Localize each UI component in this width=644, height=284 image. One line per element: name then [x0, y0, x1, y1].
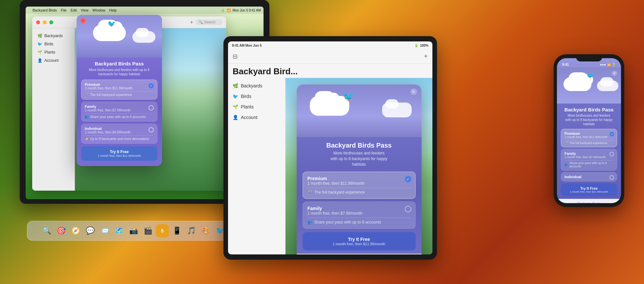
iphone-screen: 9:41 ●●● 📶 🔋 ✕ 🐦 Backyard Birds Pass — [557, 58, 621, 203]
iphone-modal-close-button[interactable]: ✕ — [612, 71, 617, 76]
mac-minimize-button[interactable] — [43, 20, 47, 24]
iphone-plan-individual-name: Individual — [564, 175, 613, 179]
ipad-sidebar-item-account[interactable]: 👤 Account — [228, 112, 285, 123]
dock-messages-icon[interactable]: 💬 — [83, 224, 97, 237]
mac-close-button[interactable] — [36, 20, 40, 24]
ipad-toolbar: ⊟ + — [228, 49, 432, 64]
dock-freeform-icon[interactable]: 🎨 — [199, 224, 212, 237]
mac-zoom-button[interactable] — [49, 20, 53, 24]
dock-calendar-icon[interactable]: 5 — [156, 224, 169, 237]
mac-subscription-modal: ✕ 🐦 Backyard Birds Pass More birdhouses … — [77, 15, 162, 166]
mac-plan-family[interactable]: Family 1 month free, then $7.99/month 👥 … — [81, 102, 157, 122]
ipad-subscription-modal: ✕ 🐦 Backyard Birds Pass More birdhouses … — [297, 84, 422, 254]
iphone-cloud-scene: 🐦 — [557, 67, 621, 104]
mac-menu-help[interactable]: Help — [109, 8, 117, 12]
mac-sidebar-item-plants[interactable]: 🌱 Plants — [34, 48, 73, 56]
mac-sidebar-label-plants: Plants — [44, 50, 55, 55]
mac-plan-family-desc-text: Share your pass with up to 6 accounts — [90, 115, 146, 119]
dock-finder-icon[interactable]: 🔍 — [40, 224, 53, 237]
dock-maps-icon[interactable]: 🗺️ — [112, 224, 126, 237]
ipad-sidebar-label-backyards: Backyards — [241, 83, 262, 88]
ipad-modal-header: 🐦 — [297, 84, 422, 137]
mac-cloud-scene: 🐦 — [77, 15, 162, 58]
iphone-plan-family-name: Family — [564, 152, 613, 155]
dock-launchpad-icon[interactable]: 🎯 — [55, 224, 68, 237]
mac-modal-close-button[interactable]: ✕ — [80, 18, 86, 23]
iphone-plan-individual-radio[interactable] — [610, 175, 614, 180]
ipad-modal-body: Backyard Birds Pass More birdhouses and … — [297, 137, 422, 254]
mac-plan-individual[interactable]: Individual 1 month free, then $4.99/mont… — [81, 124, 157, 144]
iphone-modal-header: ✕ 🐦 — [557, 67, 621, 104]
ipad-plan-family-divider — [308, 218, 411, 218]
mac-plan-individual-radio[interactable] — [149, 127, 154, 132]
mac-search-input[interactable]: 🔍 Search — [196, 19, 222, 25]
mac-cta-button[interactable]: Try It Free 1 month free, then $11.99/mo… — [81, 146, 157, 161]
mac-plan-family-radio[interactable] — [149, 105, 154, 110]
mac-plan-individual-price: 1 month free, then $4.99/month — [85, 130, 154, 134]
mac-menu-edit[interactable]: Edit — [71, 8, 77, 12]
ipad-statusbar: 9:41 AM Mon Jun 5 🔋 100% — [228, 41, 432, 49]
iphone-plan-family[interactable]: Family 1 month free, then $7.99/month 👥 … — [561, 149, 617, 171]
mac-plan-family-desc: 👥 Share your pass with up to 6 accounts — [85, 115, 154, 119]
iphone-plan-premium-desc-text: The full backyard experience — [569, 141, 607, 145]
dock-photos-icon[interactable]: 📸 — [127, 224, 140, 237]
mac-add-icon[interactable]: + — [190, 19, 193, 25]
mac-menu-view[interactable]: View — [81, 8, 89, 12]
ipad-modal-close-button[interactable]: ✕ — [410, 88, 417, 95]
iphone-cloud-small — [597, 81, 618, 91]
iphone-plan-family-desc: 👥 Share your pass with up to 6 accounts — [564, 161, 613, 168]
mac-plan-individual-desc: 🏠 Up to 8 backyards and more decorations — [85, 137, 154, 141]
mac-sidebar-item-account[interactable]: 👤 Account — [34, 57, 73, 64]
ipad-add-button[interactable]: + — [424, 53, 428, 60]
iphone-plan-family-desc-text: Share your pass with up to 6 accounts — [569, 161, 613, 168]
mac-battery-icon: 🔋 — [221, 9, 225, 12]
ipad-sidebar-item-backyards[interactable]: 🌿 Backyards — [228, 81, 285, 91]
iphone-plan-premium-icon: 🪄 — [564, 141, 568, 145]
iphone-plan-premium[interactable]: Premium 1 month free, then $11.99/month … — [561, 129, 617, 147]
iphone-redeem-button[interactable]: Redeem Code — [557, 199, 621, 203]
iphone-modal-title: Backyard Birds Pass — [561, 107, 617, 112]
iphone-modal-subtitle: More birdhouses and feederswith up to 8 … — [561, 113, 617, 126]
iphone-plan-family-radio[interactable] — [610, 152, 614, 156]
iphone-plan-premium-radio[interactable] — [610, 132, 614, 136]
ipad-redeem-button[interactable]: Redeem Code — [297, 254, 422, 254]
iphone-cta-button[interactable]: Try It Free 1 month free, then $11.99/mo… — [561, 183, 617, 196]
mac-menu-file[interactable]: File — [61, 8, 67, 12]
mac-sidebar-item-backyards[interactable]: 🌿 Backyards — [34, 32, 73, 40]
ipad-plan-family-icon: 👥 — [308, 220, 312, 225]
ipad-sidebar-item-plants[interactable]: 🌱 Plants — [228, 102, 285, 112]
iphone: 9:41 ●●● 📶 🔋 ✕ 🐦 Backyard Birds Pass — [554, 54, 626, 245]
mac-menu-backyard-birds[interactable]: Backyard Birds — [33, 8, 57, 12]
mac-plan-premium[interactable]: Premium 1 month free, then $11.99/month … — [81, 80, 157, 100]
dock-facetime-icon[interactable]: 🎬 — [141, 224, 154, 237]
mac-plan-premium-divider — [85, 91, 154, 92]
mac-plan-individual-icon: 🏠 — [85, 137, 89, 141]
dock-music-icon[interactable]: 🎵 — [185, 224, 198, 237]
iphone-plan-family-divider — [564, 160, 613, 160]
ipad-cloud-small — [382, 103, 412, 117]
dock-iphone-mirroring-icon[interactable]: 📱 — [170, 224, 183, 237]
ipad-backyards-icon: 🌿 — [233, 83, 238, 88]
ipad-plan-family[interactable]: Family 1 month free, then $7.99/month 👥 … — [303, 201, 416, 229]
ipad-sidebar-item-birds[interactable]: 🐦 Birds — [228, 91, 285, 102]
ipad-plan-premium[interactable]: Premium 1 month free, then $11.99/month … — [303, 172, 416, 199]
iphone-plan-individual[interactable]: Individual — [561, 172, 617, 181]
mac-sidebar-item-birds[interactable]: 🐦 Birds — [34, 40, 73, 48]
mac-plan-premium-radio[interactable] — [149, 83, 154, 88]
mac-clock: Mon Jun 5 9:41 AM — [233, 9, 261, 12]
mac-plan-family-name: Family — [85, 105, 154, 108]
dock-safari-icon[interactable]: 🧭 — [69, 224, 82, 237]
mac-plan-premium-icon: 🪄 — [85, 93, 89, 97]
iphone-time: 9:41 — [562, 63, 569, 66]
dock-mail-icon[interactable]: 📨 — [98, 224, 111, 237]
mac-plants-icon: 🌱 — [37, 50, 42, 55]
ipad-plants-icon: 🌱 — [233, 104, 238, 109]
iphone-hummingbird-icon: 🐦 — [586, 71, 595, 80]
iphone-battery-icon: 🔋 — [612, 63, 616, 66]
ipad-cta-button[interactable]: Try It Free 1 month free, then $11.99/mo… — [303, 232, 416, 250]
ipad-plan-family-name: Family — [308, 206, 411, 211]
ipad-sidebar-toggle-icon[interactable]: ⊟ — [233, 53, 238, 60]
mac-menu-window[interactable]: Window — [92, 8, 105, 12]
iphone-cta-label: Try It Free — [564, 186, 614, 190]
ipad-modal-title: Backyard Birds Pass — [303, 142, 416, 149]
